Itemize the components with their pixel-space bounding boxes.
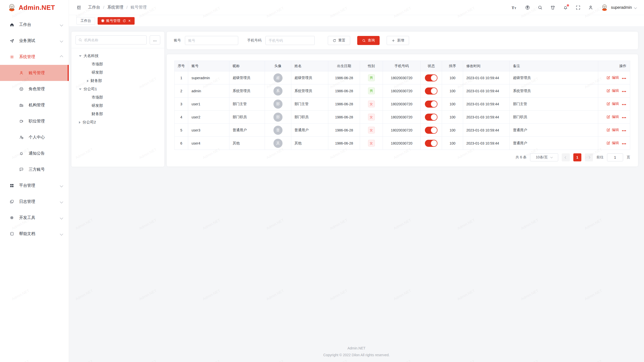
svg-text:T: T [512, 6, 514, 10]
search-button[interactable]: 查询 [357, 36, 380, 45]
org-search-row: ... [71, 32, 164, 48]
user-avatar [601, 4, 608, 11]
tree-node[interactable]: 研发部 [71, 102, 164, 110]
tree-caret-icon[interactable] [87, 80, 89, 82]
edit-icon [606, 128, 610, 132]
row-more-button[interactable]: ••• [622, 129, 626, 133]
row-more-button[interactable]: ••• [622, 76, 626, 80]
breadcrumb-item[interactable]: 系统管理 [107, 5, 123, 10]
filter-panel: 账号 手机号码 重置 查询 新增 [167, 32, 638, 49]
column-header: 姓名 [291, 61, 328, 71]
edit-icon [606, 76, 610, 80]
language-icon[interactable] [525, 5, 530, 10]
page-size-select[interactable]: 10条/页 [530, 153, 558, 161]
chevron-down-icon [60, 232, 63, 236]
tree-caret-icon[interactable] [79, 55, 82, 57]
tree-node[interactable]: 市场部 [71, 93, 164, 102]
gender-badge: 女 [368, 101, 375, 107]
tab-close-icon[interactable]: × [128, 19, 131, 23]
sidebar-item-position-mgmt[interactable]: 职位管理 [0, 113, 69, 129]
tree-node[interactable]: 大名科技 [71, 52, 164, 60]
phone-filter-input[interactable] [265, 36, 315, 45]
status-toggle[interactable] [425, 101, 437, 108]
current-page-button[interactable]: 1 [573, 153, 581, 161]
prev-page-button[interactable] [562, 153, 570, 161]
sidebar-item-log-mgmt[interactable]: 日志管理 [0, 194, 69, 210]
edit-button[interactable]: 编辑 [606, 141, 619, 145]
tab-workbench[interactable]: 工作台 [76, 17, 95, 25]
cell-account: user4 [188, 137, 229, 150]
edit-button[interactable]: 编辑 [606, 128, 619, 132]
font-size-icon[interactable]: TT [511, 5, 517, 10]
status-toggle[interactable] [425, 114, 437, 121]
app-logo[interactable]: Admin.NET [0, 0, 69, 15]
notification-bell-icon[interactable] [563, 5, 568, 10]
sidebar-item-dev-tools[interactable]: 开发工具 [0, 210, 69, 226]
sidebar-item-notice[interactable]: 通知公告 [0, 145, 69, 161]
cell-phone: 18020030720 [383, 71, 420, 84]
tree-node[interactable]: 分公司2 [71, 118, 164, 126]
sidebar-item-account-mgmt[interactable]: 账号管理 [0, 65, 69, 81]
tree-caret-icon[interactable] [79, 88, 82, 90]
breadcrumb-item[interactable]: 工作台 [88, 5, 100, 10]
send-icon [9, 38, 15, 43]
menu-fold-icon[interactable] [76, 5, 82, 10]
tree-node[interactable]: 研发部 [71, 68, 164, 77]
row-more-button[interactable]: ••• [622, 116, 626, 120]
org-search-input[interactable] [84, 38, 144, 42]
search-icon [78, 38, 82, 42]
org-more-button[interactable]: ... [150, 35, 160, 44]
cell-avatar: 系 [265, 84, 291, 98]
row-more-button[interactable]: ••• [622, 89, 626, 94]
edit-button[interactable]: 编辑 [606, 88, 619, 93]
user-menu[interactable]: superadmin [601, 4, 636, 11]
cell-nickname: 其他 [229, 137, 265, 150]
sidebar-item-business-test[interactable]: 业务测试 [0, 33, 69, 49]
tab-refresh-icon[interactable] [123, 19, 126, 23]
row-more-button[interactable]: ••• [622, 103, 626, 107]
fullscreen-icon[interactable] [576, 5, 581, 10]
reset-button[interactable]: 重置 [328, 36, 350, 45]
sidebar-item-platform-mgmt[interactable]: 平台管理 [0, 177, 69, 194]
sidebar-item-org-mgmt[interactable]: 机构管理 [0, 97, 69, 113]
tab-account-mgmt[interactable]: 账号管理 × [98, 17, 135, 25]
edit-button[interactable]: 编辑 [606, 75, 619, 80]
avatar: 部 [273, 113, 283, 122]
tree-caret-icon[interactable] [79, 121, 80, 124]
tree-node[interactable]: 财务部 [71, 110, 164, 118]
edit-button-label: 编辑 [612, 141, 619, 145]
goto-page-input[interactable] [607, 153, 623, 161]
breadcrumb-separator: / [103, 5, 104, 10]
status-toggle[interactable] [425, 140, 437, 147]
sidebar-item-role-mgmt[interactable]: 角色管理 [0, 81, 69, 97]
edit-button[interactable]: 编辑 [606, 115, 619, 119]
status-toggle[interactable] [425, 87, 437, 95]
sidebar-item-system-mgmt[interactable]: 系统管理 [0, 49, 69, 65]
sidebar-item-third-party-account[interactable]: 三方账号 [0, 161, 69, 177]
cell-actions: 编辑••• [598, 124, 630, 137]
status-toggle[interactable] [425, 74, 437, 81]
toggle-knob [431, 140, 437, 146]
status-toggle[interactable] [425, 127, 437, 134]
theme-shirt-icon[interactable] [550, 5, 555, 10]
tree-node[interactable]: 分公司1 [71, 85, 164, 93]
sidebar-item-profile-center[interactable]: 个人中心 [0, 129, 69, 145]
account-filter-input[interactable] [185, 36, 238, 45]
cell-index: 4 [175, 111, 188, 124]
sidebar-item-help-docs[interactable]: 帮助文档 [0, 226, 69, 242]
footer-app-name: Admin.NET [69, 345, 644, 352]
sidebar-item-workbench[interactable]: 工作台 [0, 17, 69, 33]
column-header: 排序 [442, 61, 463, 71]
cell-phone: 18020030720 [383, 84, 420, 98]
tree-node[interactable]: 市场部 [71, 60, 164, 68]
user-outline-icon[interactable] [588, 5, 593, 10]
add-button[interactable]: 新增 [387, 36, 409, 45]
next-page-button[interactable] [585, 153, 593, 161]
table-row: 1superadmin超级管理员超超级管理员1986-06-28男1802003… [175, 71, 630, 84]
row-more-button[interactable]: ••• [622, 142, 626, 146]
tree-node[interactable]: 财务部 [71, 77, 164, 85]
cell-sort: 100 [442, 84, 463, 98]
edit-button[interactable]: 编辑 [606, 102, 619, 106]
search-icon[interactable] [538, 5, 543, 10]
column-header: 头像 [265, 61, 291, 71]
